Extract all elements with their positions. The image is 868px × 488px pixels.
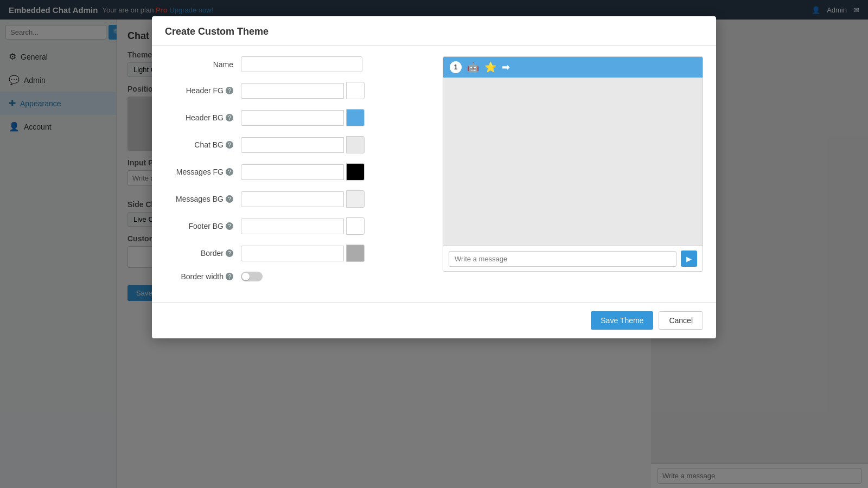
messages-bg-input[interactable]: #eeeeee	[241, 191, 344, 207]
modal-form: Name Header FG ? #ffffff	[165, 56, 430, 291]
name-label: Name	[165, 60, 241, 69]
messages-fg-input-group: #000000	[241, 163, 365, 181]
footer-bg-input[interactable]: #ffffff	[241, 219, 344, 234]
preview-chat-window: 1 🤖 ⭐ ➡ ▶	[443, 56, 703, 272]
messages-bg-label: Messages BG ?	[165, 195, 241, 203]
border-input-group: #aaaaaa	[241, 245, 365, 262]
header-fg-swatch[interactable]	[346, 82, 365, 99]
modal-body: Name Header FG ? #ffffff	[152, 46, 716, 302]
modal-header: Create Custom Theme	[152, 16, 716, 46]
messages-bg-input-group: #eeeeee	[241, 190, 365, 208]
preview-robot-icon: 🤖	[467, 61, 479, 73]
messages-bg-row: Messages BG ? #eeeeee	[165, 190, 430, 208]
preview-chat-header: 1 🤖 ⭐ ➡	[443, 57, 703, 78]
chat-bg-input[interactable]: #e8e8e8	[241, 137, 344, 153]
toggle-thumb	[242, 273, 250, 280]
create-theme-modal: Create Custom Theme Name Header FG ?	[152, 16, 716, 338]
chat-bg-input-group: #e8e8e8	[241, 136, 365, 153]
footer-bg-row: Footer BG ? #ffffff	[165, 217, 430, 235]
footer-bg-input-group: #ffffff	[241, 217, 365, 235]
header-fg-label: Header FG ?	[165, 86, 241, 95]
modal-preview: 1 🤖 ⭐ ➡ ▶	[443, 56, 703, 291]
modal-overlay: Create Custom Theme Name Header FG ?	[0, 0, 868, 488]
preview-send-button[interactable]: ▶	[681, 251, 697, 267]
border-swatch[interactable]	[346, 245, 365, 262]
preview-star-icon: ⭐	[484, 61, 496, 73]
preview-message-input[interactable]	[449, 251, 676, 267]
messages-fg-input[interactable]: #000000	[241, 164, 344, 180]
chat-bg-label: Chat BG ?	[165, 140, 241, 149]
header-fg-input[interactable]: #ffffff	[241, 83, 344, 99]
header-fg-help-icon[interactable]: ?	[226, 87, 233, 94]
border-label: Border ?	[165, 249, 241, 258]
footer-bg-label: Footer BG ?	[165, 222, 241, 230]
name-input[interactable]	[241, 56, 362, 72]
border-row: Border ? #aaaaaa	[165, 245, 430, 262]
messages-fg-row: Messages FG ? #000000	[165, 163, 430, 181]
border-help-icon[interactable]: ?	[226, 249, 233, 257]
header-bg-input-group: #56a8e3	[241, 109, 365, 126]
chat-bg-swatch[interactable]	[346, 136, 365, 153]
header-bg-help-icon[interactable]: ?	[226, 114, 233, 121]
border-width-help-icon[interactable]: ?	[226, 273, 233, 280]
footer-bg-swatch[interactable]	[346, 217, 365, 235]
modal-footer: Save Theme Cancel	[152, 302, 716, 338]
chat-bg-help-icon[interactable]: ?	[226, 141, 233, 149]
header-bg-input[interactable]: #56a8e3	[241, 110, 344, 126]
name-row: Name	[165, 56, 430, 72]
border-width-toggle-row	[241, 272, 269, 281]
header-bg-label: Header BG ?	[165, 113, 241, 122]
border-width-toggle[interactable]	[241, 272, 263, 281]
border-input[interactable]: #aaaaaa	[241, 246, 344, 261]
header-bg-row: Header BG ? #56a8e3	[165, 109, 430, 126]
header-fg-row: Header FG ? #ffffff	[165, 82, 430, 99]
messages-bg-swatch[interactable]	[346, 190, 365, 208]
header-fg-input-group: #ffffff	[241, 82, 365, 99]
chat-bg-row: Chat BG ? #e8e8e8	[165, 136, 430, 153]
header-bg-swatch[interactable]	[346, 109, 365, 126]
messages-fg-swatch[interactable]	[346, 163, 365, 181]
save-theme-button[interactable]: Save Theme	[591, 311, 653, 330]
preview-messages-area	[443, 78, 703, 246]
border-width-row: Border width ?	[165, 272, 430, 281]
preview-chat-footer: ▶	[443, 246, 703, 271]
messages-fg-help-icon[interactable]: ?	[226, 168, 233, 176]
border-width-label: Border width ?	[165, 272, 241, 281]
footer-bg-help-icon[interactable]: ?	[226, 222, 233, 230]
cancel-button[interactable]: Cancel	[659, 311, 703, 330]
messages-fg-label: Messages FG ?	[165, 168, 241, 176]
preview-badge: 1	[450, 61, 462, 73]
preview-forward-icon: ➡	[502, 61, 510, 73]
modal-title: Create Custom Theme	[165, 26, 269, 37]
messages-bg-help-icon[interactable]: ?	[226, 195, 233, 203]
